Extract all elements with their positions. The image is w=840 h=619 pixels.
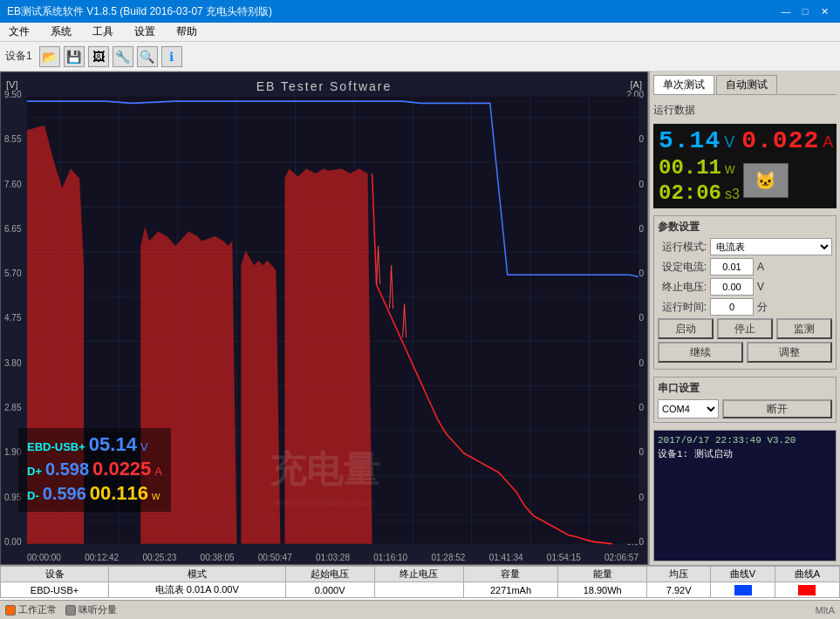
- curve-v-swatch: [734, 585, 752, 595]
- menu-system[interactable]: 系统: [45, 23, 77, 41]
- current-set-unit: A: [757, 261, 775, 273]
- save-button[interactable]: 💾: [64, 46, 85, 67]
- cell-curve-a: [775, 582, 839, 598]
- display-power-unit: w: [725, 161, 735, 177]
- serial-connect-button[interactable]: 断开: [722, 399, 832, 418]
- info-button[interactable]: ℹ: [161, 46, 182, 67]
- status-indicator-2: [65, 605, 76, 616]
- serial-section: 串口设置 COM4 断开: [653, 377, 837, 423]
- tab-single[interactable]: 单次测试: [653, 75, 714, 94]
- tab-bar: 单次测试 自动测试: [653, 75, 837, 95]
- table-row: EBD-USB+ 电流表 0.01A 0.00V 0.000V 2271mAh …: [1, 582, 840, 598]
- stop-button[interactable]: 停止: [717, 318, 773, 339]
- overlay-data: EBD-USB+ 05.14 V D+ 0.598 0.0225 A D- 0.…: [18, 428, 171, 512]
- menu-file[interactable]: 文件: [3, 23, 35, 41]
- btn-row-1: 启动 停止 监测: [658, 318, 832, 339]
- run-time-label: 运行时间:: [658, 300, 707, 315]
- stop-volt-input[interactable]: [710, 278, 754, 296]
- display-current-unit: A: [823, 133, 833, 152]
- overlay-power-unit: w: [152, 489, 160, 502]
- cell-curve-v: [711, 582, 775, 598]
- cell-mode: 电流表 0.01A 0.00V: [109, 582, 285, 598]
- display-time-unit: s3: [725, 187, 740, 202]
- cell-energy: 18.90Wh: [558, 582, 647, 598]
- param-section: 参数设置 运行模式: 电流表 设定电流: A 终止电压: V 运行时间: 分: [653, 215, 837, 370]
- app-title: EB测试系统软件 V1.8.5 (Build 2016-03-07 充电头特别版…: [7, 4, 272, 19]
- col-capacity: 容量: [463, 567, 557, 582]
- run-mode-select[interactable]: 电流表: [710, 238, 832, 255]
- status-item-1: 工作正常: [5, 603, 57, 616]
- display-power: 00.11: [659, 156, 721, 180]
- display-voltage-unit: V: [724, 133, 734, 152]
- menu-help[interactable]: 帮助: [171, 23, 202, 41]
- btn-row-2: 继续 调整: [658, 342, 832, 363]
- overlay-current-unit: A: [154, 465, 162, 478]
- cell-capacity: 2271mAh: [463, 582, 557, 598]
- overlay-voltage-value: 05.14: [89, 433, 137, 456]
- menu-tools[interactable]: 工具: [87, 23, 119, 41]
- overlay-power-value: 00.116: [90, 482, 148, 505]
- brand-text: MItA: [815, 605, 835, 616]
- param-title: 参数设置: [658, 220, 832, 235]
- monitor-button[interactable]: 监测: [776, 318, 832, 339]
- cell-avg-v: 7.92V: [647, 582, 711, 598]
- main-area: EB Tester Software ZKETECH [V] [A] 9.50 …: [0, 71, 840, 565]
- image-button[interactable]: 🖼: [88, 46, 109, 67]
- overlay-current-value: 0.0225: [92, 458, 151, 480]
- stop-volt-unit: V: [757, 281, 775, 293]
- close-button[interactable]: ✕: [816, 3, 833, 19]
- right-panel: 单次测试 自动测试 运行数据 5.14 V 0.022 A 00.11 w: [648, 71, 840, 565]
- overlay-dminus-label: D-: [27, 489, 39, 502]
- col-mode: 模式: [109, 567, 285, 582]
- toolbar: 设备1 📂 💾 🖼 🔧 🔍 ℹ: [0, 42, 840, 71]
- run-mode-label: 运行模式:: [658, 240, 707, 255]
- display-box: 5.14 V 0.022 A 00.11 w 02:06 s3 🐱: [653, 124, 837, 208]
- current-set-row: 设定电流: A: [658, 258, 832, 275]
- serial-port-select[interactable]: COM4: [658, 399, 719, 418]
- serial-label: 串口设置: [658, 381, 832, 396]
- col-avg-v: 均压: [647, 567, 711, 582]
- status-text-2: 咪听分量: [79, 603, 117, 616]
- settings-button[interactable]: 🔧: [113, 46, 133, 67]
- start-button[interactable]: 启动: [658, 318, 714, 339]
- col-start-v: 起始电压: [285, 567, 374, 582]
- cell-device: EBD-USB+: [1, 582, 109, 598]
- cell-end-v: [374, 582, 463, 598]
- display-time: 02:06: [659, 181, 721, 205]
- current-set-input[interactable]: [710, 258, 754, 275]
- window-controls: — □ ✕: [777, 3, 833, 19]
- display-voltage: 5.14: [659, 127, 720, 154]
- open-button[interactable]: 📂: [39, 46, 60, 67]
- continue-button[interactable]: 继续: [658, 342, 743, 363]
- log-line2: 设备1: 测试启动: [658, 447, 832, 460]
- log-line1: 2017/9/17 22:33:49 V3.20: [658, 434, 832, 447]
- adjust-button[interactable]: 调整: [747, 342, 832, 363]
- stop-volt-row: 终止电压: V: [658, 278, 832, 296]
- stop-volt-label: 终止电压:: [658, 280, 707, 295]
- zoom-button[interactable]: 🔍: [137, 46, 158, 67]
- cell-start-v: 0.000V: [285, 582, 374, 598]
- status-item-2: 咪听分量: [65, 603, 117, 616]
- overlay-dminus-value: 0.596: [43, 484, 86, 504]
- run-time-unit: 分: [757, 300, 775, 315]
- run-time-row: 运行时间: 分: [658, 298, 832, 316]
- serial-row: COM4 断开: [658, 399, 832, 418]
- status-indicator-1: [5, 605, 16, 616]
- tab-auto[interactable]: 自动测试: [716, 75, 777, 94]
- maximize-button[interactable]: □: [796, 3, 814, 19]
- col-energy: 能量: [558, 567, 647, 582]
- display-current: 0.022: [741, 127, 819, 154]
- run-time-input[interactable]: [710, 298, 754, 316]
- overlay-dplus-label: D+: [27, 465, 42, 478]
- table-area: 设备 模式 起始电压 终止电压 容量 能量 均压 曲线V 曲线A EBD-USB…: [0, 565, 840, 600]
- overlay-dplus-value: 0.598: [45, 459, 89, 480]
- run-data-label: 运行数据: [653, 102, 837, 119]
- curve-a-swatch: [798, 585, 816, 595]
- col-device: 设备: [1, 567, 109, 582]
- status-bar: 工作正常 咪听分量 MItA: [0, 600, 840, 619]
- overlay-device-label: EBD-USB+: [27, 440, 85, 453]
- minimize-button[interactable]: —: [777, 3, 795, 19]
- title-bar: EB测试系统软件 V1.8.5 (Build 2016-03-07 充电头特别版…: [0, 0, 840, 23]
- menu-settings[interactable]: 设置: [129, 23, 160, 41]
- watermark-url: www.chongdiantou.com: [273, 497, 374, 507]
